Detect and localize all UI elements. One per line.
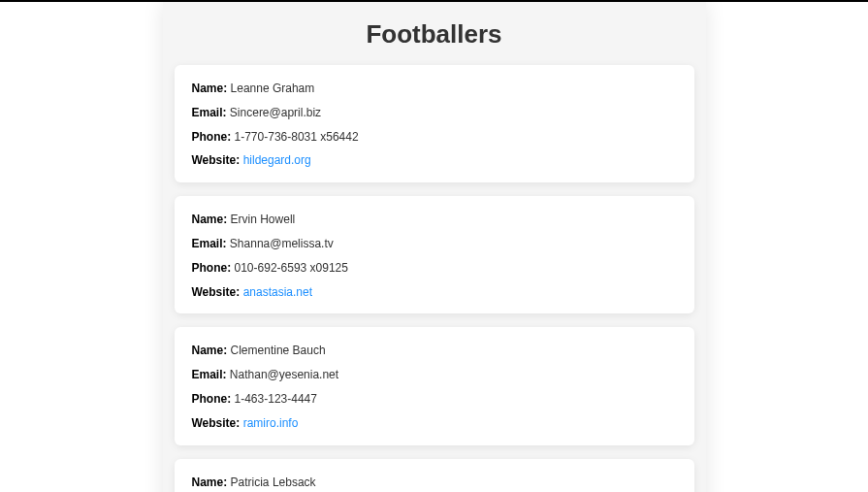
name-value: Ervin Howell [231,213,296,226]
person-card: Name: Leanne Graham Email: Sincere@april… [175,65,694,182]
website-label: Website: [192,285,241,299]
name-row: Name: Leanne Graham [192,81,677,97]
name-label: Name: [192,476,228,489]
name-label: Name: [192,213,228,226]
page-container: Footballers Name: Leanne Graham Email: S… [163,2,706,492]
website-link[interactable]: hildegard.org [243,153,311,167]
page-title: Footballers [163,2,706,65]
email-value: Shanna@melissa.tv [230,237,334,250]
name-row: Name: Ervin Howell [192,212,677,228]
name-label: Name: [192,82,228,95]
email-label: Email: [192,368,227,381]
phone-value: 1-770-736-8031 x56442 [235,130,359,144]
person-card: Name: Ervin Howell Email: Shanna@melissa… [175,196,694,313]
email-label: Email: [192,106,227,119]
website-row: Website: ramiro.info [192,415,677,432]
website-label: Website: [192,416,241,430]
phone-label: Phone: [192,130,232,144]
phone-value: 1-463-123-4447 [235,392,317,406]
phone-label: Phone: [192,261,232,275]
phone-row: Phone: 010-692-6593 x09125 [192,260,677,277]
phone-row: Phone: 1-463-123-4447 [192,391,677,408]
name-label: Name: [192,344,228,357]
website-row: Website: anastasia.net [192,284,677,301]
phone-value: 010-692-6593 x09125 [235,261,348,275]
website-row: Website: hildegard.org [192,152,677,169]
name-value: Clementine Bauch [231,344,326,357]
phone-row: Phone: 1-770-736-8031 x56442 [192,129,677,146]
website-label: Website: [192,153,241,167]
person-card: Name: Patricia Lebsack Email: Julianne.O… [175,459,694,492]
name-value: Patricia Lebsack [231,476,316,489]
email-row: Email: Shanna@melissa.tv [192,236,677,252]
email-row: Email: Sincere@april.biz [192,105,677,121]
website-link[interactable]: ramiro.info [243,416,299,430]
email-value: Sincere@april.biz [230,106,321,119]
name-row: Name: Clementine Bauch [192,343,677,359]
email-value: Nathan@yesenia.net [230,368,338,381]
website-link[interactable]: anastasia.net [243,285,312,299]
person-card: Name: Clementine Bauch Email: Nathan@yes… [175,327,694,444]
email-row: Email: Nathan@yesenia.net [192,367,677,383]
phone-label: Phone: [192,392,232,406]
email-label: Email: [192,237,227,250]
name-value: Leanne Graham [231,82,315,95]
name-row: Name: Patricia Lebsack [192,475,677,491]
